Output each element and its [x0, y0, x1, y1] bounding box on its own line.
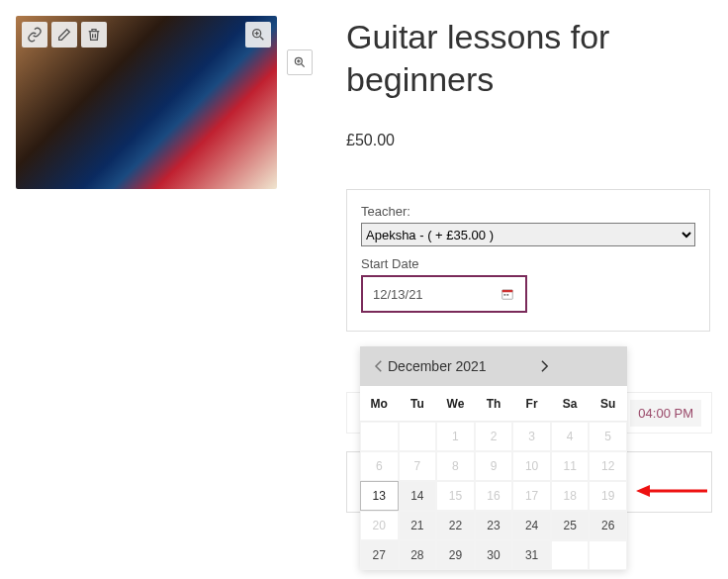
edit-icon[interactable] — [51, 22, 77, 48]
calendar-day: 18 — [551, 481, 590, 511]
calendar-day — [399, 422, 437, 451]
trash-icon[interactable] — [81, 22, 107, 48]
next-month-icon[interactable] — [487, 357, 617, 375]
start-date-label: Start Date — [361, 256, 695, 271]
calendar-day[interactable]: 21 — [399, 511, 437, 540]
calendar-day: 1 — [436, 422, 475, 451]
calendar-day — [360, 422, 399, 451]
calendar-day[interactable]: 29 — [436, 540, 475, 570]
calendar-day: 6 — [360, 451, 399, 481]
calendar-day: 5 — [589, 422, 627, 451]
calendar-day — [589, 540, 627, 570]
date-picker: December 2021 MoTuWeThFrSaSu 12345678910… — [360, 346, 627, 570]
start-date-value: 12/13/21 — [373, 287, 423, 302]
calendar-day[interactable]: 23 — [475, 511, 513, 540]
calendar-day: 9 — [475, 451, 513, 481]
calendar-dow: Sa — [551, 386, 590, 422]
svg-rect-3 — [502, 290, 513, 292]
calendar-day[interactable]: 28 — [399, 540, 437, 570]
calendar-dow: We — [436, 386, 475, 422]
link-icon[interactable] — [22, 22, 47, 48]
calendar-day: 20 — [360, 511, 399, 540]
zoom-overlay-icon[interactable] — [287, 49, 313, 75]
calendar-icon — [500, 287, 515, 301]
svg-rect-4 — [504, 294, 506, 296]
calendar-day — [551, 540, 590, 570]
calendar-day: 19 — [589, 481, 627, 511]
booking-form: Teacher: Apeksha - ( + £35.00 ) Start Da… — [346, 189, 710, 332]
calendar-day: 17 — [512, 481, 551, 511]
calendar-day[interactable]: 22 — [436, 511, 475, 540]
calendar-day: 12 — [589, 451, 627, 481]
image-toolbar — [22, 22, 107, 48]
calendar-day: 11 — [551, 451, 590, 481]
calendar-day: 8 — [436, 451, 475, 481]
calendar-dow: Su — [589, 386, 627, 422]
calendar-dow: Fr — [512, 386, 551, 422]
calendar-day[interactable]: 26 — [589, 511, 627, 540]
calendar-day[interactable]: 27 — [360, 540, 399, 570]
svg-marker-7 — [636, 485, 650, 497]
calendar-day[interactable]: 25 — [551, 511, 590, 540]
calendar-day: 2 — [475, 422, 513, 451]
calendar-dow: Tu — [399, 386, 437, 422]
calendar-day: 7 — [399, 451, 437, 481]
product-price: £50.00 — [346, 132, 712, 149]
annotation-arrow — [636, 481, 707, 501]
calendar-dow: Mo — [360, 386, 399, 422]
prev-month-icon[interactable] — [370, 357, 388, 375]
time-slot-chip[interactable]: 04:00 PM — [630, 400, 701, 427]
calendar-dow: Th — [475, 386, 513, 422]
teacher-select[interactable]: Apeksha - ( + £35.00 ) — [361, 223, 695, 246]
zoom-image-icon[interactable] — [245, 22, 271, 48]
product-title: Guitar lessons for beginners — [346, 16, 712, 100]
calendar-day[interactable]: 30 — [475, 540, 513, 570]
calendar-month-title: December 2021 — [388, 358, 487, 374]
teacher-label: Teacher: — [361, 204, 695, 219]
svg-rect-5 — [506, 294, 508, 296]
calendar-day[interactable]: 14 — [399, 481, 437, 511]
calendar-day[interactable]: 13 — [360, 481, 399, 511]
product-image — [16, 16, 277, 189]
calendar-day: 3 — [512, 422, 551, 451]
calendar-day[interactable]: 31 — [512, 540, 551, 570]
calendar-day: 15 — [436, 481, 475, 511]
calendar-day: 4 — [551, 422, 590, 451]
start-date-input[interactable]: 12/13/21 — [361, 275, 527, 313]
calendar-day[interactable]: 24 — [512, 511, 551, 540]
calendar-day: 10 — [512, 451, 551, 481]
date-picker-header: December 2021 — [360, 346, 627, 386]
calendar-day: 16 — [475, 481, 513, 511]
